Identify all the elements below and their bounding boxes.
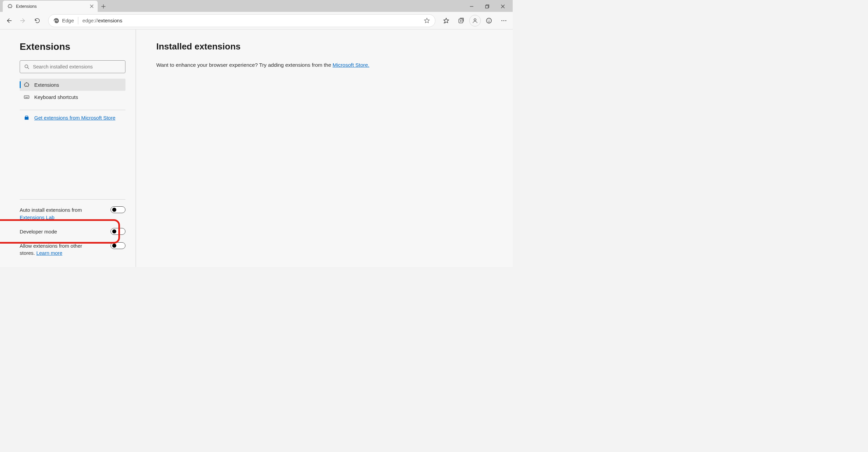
- back-button[interactable]: [2, 14, 16, 27]
- puzzle-icon: [24, 82, 29, 88]
- profile-button[interactable]: [469, 15, 481, 26]
- toggle-knob: [112, 208, 116, 212]
- tab-title: Extensions: [16, 4, 85, 9]
- svg-point-2: [474, 19, 476, 21]
- plus-icon: [101, 4, 106, 9]
- divider: [78, 17, 78, 24]
- sidebar-item-label: Keyboard shortcuts: [34, 94, 78, 100]
- search-input[interactable]: [33, 64, 121, 69]
- minimize-icon: [470, 4, 474, 8]
- store-link-text: Get extensions from Microsoft Store: [34, 115, 115, 121]
- edge-label: Edge: [62, 18, 74, 23]
- sidebar-bottom: Auto install extensions from Extensions …: [20, 196, 125, 260]
- arrow-left-icon: [6, 18, 12, 24]
- feedback-button[interactable]: [482, 14, 496, 27]
- browser-tab[interactable]: Extensions: [3, 1, 98, 12]
- toggle-knob: [112, 244, 116, 248]
- sidebar-nav: Extensions Keyboard shortcuts: [20, 79, 125, 103]
- toggle-row-auto-install: Auto install extensions from Extensions …: [20, 203, 125, 225]
- url-text: edge://extensions: [82, 18, 122, 23]
- search-box[interactable]: [20, 60, 125, 73]
- sidebar-item-label: Extensions: [34, 82, 59, 88]
- favorite-star-icon[interactable]: [423, 17, 430, 24]
- edge-icon: [53, 18, 59, 24]
- search-icon: [24, 64, 29, 69]
- favorites-button[interactable]: [439, 14, 453, 27]
- other-stores-toggle[interactable]: [111, 242, 125, 249]
- svg-point-6: [501, 20, 502, 21]
- svg-rect-0: [486, 5, 488, 8]
- window-controls: [464, 1, 513, 12]
- new-tab-button[interactable]: [98, 1, 109, 12]
- keyboard-icon: [24, 94, 29, 100]
- collections-icon: [458, 17, 465, 24]
- toggle-row-developer-mode: Developer mode: [20, 225, 125, 239]
- svg-point-4: [488, 20, 488, 20]
- svg-point-7: [504, 20, 505, 21]
- store-link[interactable]: Get extensions from Microsoft Store: [20, 114, 125, 122]
- close-icon: [90, 4, 94, 8]
- divider: [20, 199, 125, 200]
- minimize-button[interactable]: [464, 1, 479, 12]
- puzzle-icon: [7, 4, 13, 9]
- window-close-button[interactable]: [495, 1, 511, 12]
- developer-mode-toggle[interactable]: [111, 228, 125, 235]
- svg-rect-10: [24, 96, 29, 99]
- microsoft-store-link[interactable]: Microsoft Store.: [333, 62, 370, 68]
- collections-button[interactable]: [454, 14, 468, 27]
- titlebar: Extensions: [0, 0, 513, 12]
- toggle-label: Developer mode: [20, 228, 57, 235]
- svg-point-8: [506, 20, 507, 21]
- svg-point-9: [25, 65, 28, 68]
- svg-point-3: [487, 18, 492, 23]
- main-content: Installed extensions Want to enhance you…: [136, 29, 513, 267]
- more-button[interactable]: [497, 14, 511, 27]
- forward-button[interactable]: [16, 14, 30, 27]
- close-icon: [501, 4, 505, 8]
- maximize-button[interactable]: [479, 1, 495, 12]
- edge-chip: Edge: [53, 18, 74, 24]
- sidebar: Extensions Extensions Keyboard shortcuts…: [0, 29, 136, 267]
- auto-install-toggle[interactable]: [111, 206, 125, 213]
- page-body: Extensions Extensions Keyboard shortcuts…: [0, 29, 513, 267]
- smiley-icon: [486, 17, 492, 24]
- svg-point-5: [490, 20, 490, 20]
- learn-more-link[interactable]: Learn more: [36, 250, 62, 256]
- toolbar-right: [439, 14, 511, 27]
- refresh-icon: [34, 18, 40, 24]
- sidebar-item-extensions[interactable]: Extensions: [20, 79, 125, 91]
- tab-close-button[interactable]: [89, 4, 94, 9]
- favorites-icon: [443, 17, 450, 24]
- refresh-button[interactable]: [31, 14, 44, 27]
- divider: [20, 110, 125, 110]
- toggle-knob: [112, 229, 116, 233]
- arrow-right-icon: [20, 18, 26, 24]
- toggle-row-other-stores: Allow extensions from other stores. Lear…: [20, 239, 125, 261]
- toggle-label: Allow extensions from other stores. Lear…: [20, 242, 91, 257]
- more-icon: [500, 17, 507, 24]
- extensions-lab-link[interactable]: Extensions Lab: [20, 214, 55, 220]
- person-icon: [472, 18, 478, 24]
- sidebar-heading: Extensions: [20, 41, 125, 52]
- prompt-text: Want to enhance your browser experience?…: [156, 62, 492, 68]
- store-icon: [24, 115, 29, 121]
- address-bar[interactable]: Edge edge://extensions: [48, 14, 435, 27]
- page-title: Installed extensions: [156, 41, 492, 52]
- toggle-label: Auto install extensions from Extensions …: [20, 206, 91, 221]
- browser-toolbar: Edge edge://extensions: [0, 12, 513, 29]
- maximize-icon: [485, 4, 489, 8]
- sidebar-item-shortcuts[interactable]: Keyboard shortcuts: [20, 91, 125, 103]
